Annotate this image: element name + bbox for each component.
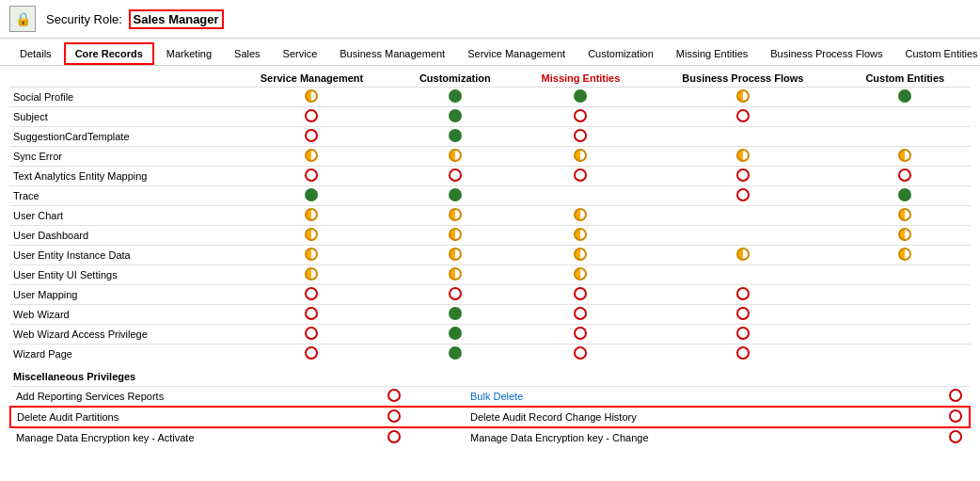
entity-name: User Chart [9,206,229,226]
red-circle-icon [736,327,750,340]
red-circle-icon [387,430,401,443]
half-circle-icon [736,149,750,162]
entity-name: Web Wizard [9,305,229,325]
table-row: User Entity Instance Data [9,246,971,265]
tab-business-management[interactable]: Business Management [329,43,455,64]
tab-service[interactable]: Service [273,43,328,64]
entity-name: User Dashboard [9,226,229,246]
tab-service-management[interactable]: Service Management [457,43,576,64]
page-title: Security Role: Sales Manager [43,12,224,26]
half-circle-icon [898,208,911,221]
table-row: SuggestionCardTemplate [9,127,971,147]
col-bpf: Business Process Flows [646,70,839,88]
table-row: Text Analytics Entity Mapping [9,167,971,186]
tab-sales[interactable]: Sales [224,43,271,64]
col-service-mgmt: Service Management [229,70,395,88]
tab-bar: DetailsCore RecordsMarketingSalesService… [0,39,980,66]
entity-name: Trace [9,186,229,206]
misc-privileges-table: Add Reporting Services ReportsBulk Delet… [9,386,971,447]
red-circle-icon [736,287,750,300]
entity-name: Wizard Page [9,345,229,364]
half-circle-icon [305,89,318,103]
misc-row: Manage Data Encryption key - ActivateMan… [10,427,970,447]
red-circle-icon [305,129,318,142]
entity-name: User Entity UI Settings [9,265,229,285]
red-circle-icon [387,409,401,423]
tab-customization[interactable]: Customization [577,43,664,64]
red-circle-icon [305,109,318,122]
red-circle-icon [736,109,750,122]
red-circle-icon [305,287,318,300]
misc-mid-label[interactable]: Bulk Delete [465,387,941,408]
table-row: Wizard Page [9,345,971,364]
red-circle-icon [574,346,587,360]
entity-name: SuggestionCardTemplate [9,127,229,147]
half-circle-icon [736,248,750,261]
green-circle-icon [449,129,462,142]
entity-name: Web Wizard Access Privilege [9,325,229,345]
column-header-row: Service Management Customization Missing… [9,70,971,88]
misc-mid-label: Delete Audit Record Change History [465,407,941,427]
red-circle-icon [736,346,750,360]
col-customization: Customization [395,70,515,88]
half-circle-icon [449,208,462,221]
misc-left-icon [380,427,408,447]
tab-custom-entities[interactable]: Custom Entities [894,43,980,64]
green-circle-icon [898,188,911,201]
half-circle-icon [305,267,318,281]
misc-left-icon [380,407,408,427]
half-circle-icon [736,89,750,103]
misc-right-icon [941,387,970,408]
half-circle-icon [449,149,462,162]
col-entity [9,70,229,88]
red-circle-icon [305,327,318,340]
green-circle-icon [449,346,462,360]
table-row: User Dashboard [9,226,971,246]
half-circle-icon [898,248,911,261]
entity-name: Social Profile [9,88,229,107]
red-circle-icon [949,430,962,443]
red-circle-icon [574,307,587,320]
main-content: Service Management Customization Missing… [0,66,980,476]
green-circle-icon [574,89,587,103]
misc-right-icon [941,427,970,447]
tab-missing-entities[interactable]: Missing Entities [666,43,758,64]
table-row: Sync Error [9,147,971,167]
entity-name: User Entity Instance Data [9,246,229,265]
half-circle-icon [574,149,587,162]
green-circle-icon [898,89,911,103]
header: 🔒 Security Role: Sales Manager [0,0,980,39]
half-circle-icon [305,228,318,241]
app-icon: 🔒 [9,6,36,32]
red-circle-icon [574,109,587,122]
red-circle-icon [898,168,911,182]
green-circle-icon [305,188,318,201]
red-circle-icon [305,307,318,320]
green-circle-icon [449,109,462,122]
table-row: User Chart [9,206,971,226]
half-circle-icon [449,267,462,281]
misc-section-header: Miscellaneous Privileges [9,363,971,386]
tab-marketing[interactable]: Marketing [156,43,222,64]
col-custom-entities: Custom Entities [840,70,971,88]
green-circle-icon [449,188,462,201]
misc-left-label: Add Reporting Services Reports [10,387,380,408]
red-circle-icon [305,168,318,182]
misc-mid-label: Manage Data Encryption key - Change [465,427,941,447]
table-row: User Mapping [9,285,971,305]
tab-business-process-flows[interactable]: Business Process Flows [760,43,893,64]
red-circle-icon [305,346,318,360]
misc-row: Add Reporting Services ReportsBulk Delet… [10,387,970,408]
red-circle-icon [949,389,962,402]
misc-left-icon [380,387,408,408]
half-circle-icon [449,248,462,261]
misc-right-icon [941,407,970,427]
half-circle-icon [898,149,911,162]
green-circle-icon [449,307,462,320]
tab-details[interactable]: Details [9,43,62,64]
red-circle-icon [387,389,401,402]
tab-core-records[interactable]: Core Records [64,42,154,65]
red-circle-icon [949,409,962,423]
green-circle-icon [449,327,462,340]
half-circle-icon [305,149,318,162]
